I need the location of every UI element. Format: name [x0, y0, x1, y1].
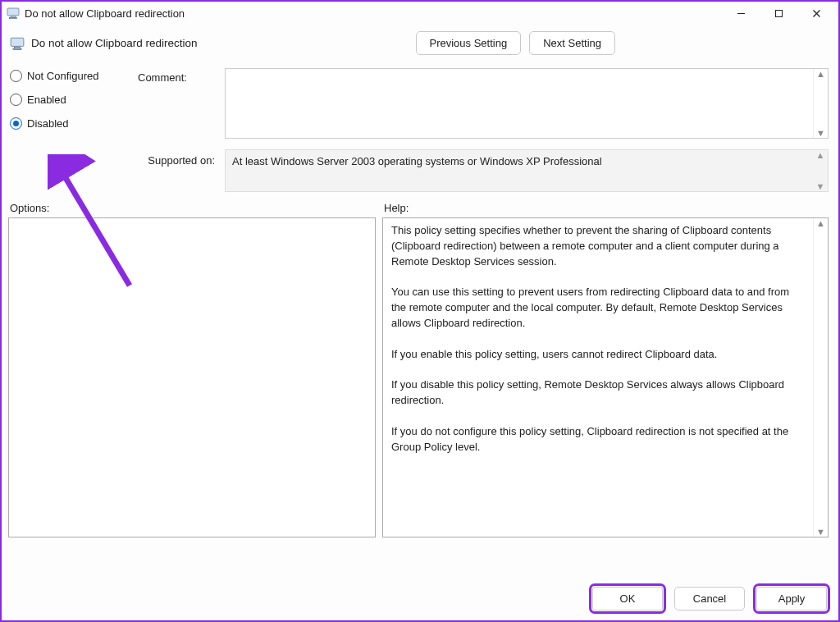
apply-button[interactable]: Apply: [756, 587, 827, 611]
upper-section: Not Configured Enabled Disabled Comment:…: [2, 62, 838, 141]
supported-on-value: At least Windows Server 2003 operating s…: [226, 150, 813, 172]
minimize-button[interactable]: [722, 2, 760, 25]
svg-rect-2: [10, 18, 17, 19]
chevron-down-icon: ▼: [816, 181, 825, 191]
lower-panes: This policy setting specifies whether to…: [2, 217, 838, 537]
cancel-button[interactable]: Cancel: [674, 587, 745, 611]
header-row: Do not allow Clipboard redirection Previ…: [2, 25, 838, 62]
chevron-down-icon: ▼: [816, 527, 825, 537]
radio-not-configured[interactable]: Not Configured: [10, 70, 133, 82]
ok-button[interactable]: OK: [592, 587, 663, 611]
comment-field-wrap: ▲ ▼: [225, 68, 829, 139]
radio-icon: [10, 94, 22, 106]
radio-label: Not Configured: [27, 70, 98, 82]
previous-setting-button[interactable]: Previous Setting: [416, 31, 522, 55]
radio-icon: [10, 117, 22, 130]
svg-rect-0: [7, 8, 19, 16]
maximize-button[interactable]: [760, 2, 797, 25]
window-title: Do not allow Clipboard redirection: [25, 7, 722, 20]
help-scrollbar[interactable]: ▲ ▼: [813, 218, 828, 537]
policy-title: Do not allow Clipboard redirection: [31, 37, 198, 49]
chevron-up-icon: ▲: [816, 218, 825, 228]
supported-on-scrollbar[interactable]: ▲ ▼: [813, 150, 828, 191]
comment-textarea[interactable]: [226, 69, 813, 138]
gpo-monitor-icon: [10, 36, 25, 51]
radio-enabled[interactable]: Enabled: [10, 94, 133, 106]
footer-buttons: OK Cancel Apply: [592, 587, 827, 611]
nav-buttons: Previous Setting Next Setting: [416, 31, 616, 55]
comment-scrollbar[interactable]: ▲ ▼: [813, 69, 828, 138]
state-radio-group: Not Configured Enabled Disabled: [10, 65, 133, 141]
next-setting-button[interactable]: Next Setting: [529, 31, 615, 55]
svg-rect-9: [13, 48, 21, 49]
supported-on-label: Supported on:: [10, 149, 220, 192]
comment-label: Comment:: [138, 65, 220, 84]
chevron-down-icon: ▼: [816, 128, 825, 138]
help-pane: This policy setting specifies whether to…: [382, 217, 829, 537]
gpo-monitor-icon: [7, 7, 20, 20]
window-buttons: [722, 2, 835, 25]
options-pane: [8, 217, 376, 537]
help-label: Help:: [384, 202, 409, 214]
help-text: This policy setting specifies whether to…: [383, 218, 813, 537]
supported-on-row: Supported on: At least Windows Server 20…: [2, 141, 838, 192]
title-bar: Do not allow Clipboard redirection: [2, 2, 838, 25]
radio-disabled[interactable]: Disabled: [10, 117, 133, 130]
chevron-up-icon: ▲: [816, 69, 825, 79]
svg-rect-4: [775, 10, 782, 16]
radio-label: Disabled: [27, 117, 69, 130]
close-button[interactable]: [797, 2, 835, 25]
radio-label: Enabled: [27, 94, 66, 106]
radio-icon: [10, 70, 22, 82]
svg-rect-7: [11, 38, 24, 46]
options-label: Options:: [10, 202, 384, 214]
supported-on-box: At least Windows Server 2003 operating s…: [225, 149, 829, 192]
chevron-up-icon: ▲: [816, 150, 825, 160]
lower-labels: Options: Help:: [2, 192, 838, 217]
